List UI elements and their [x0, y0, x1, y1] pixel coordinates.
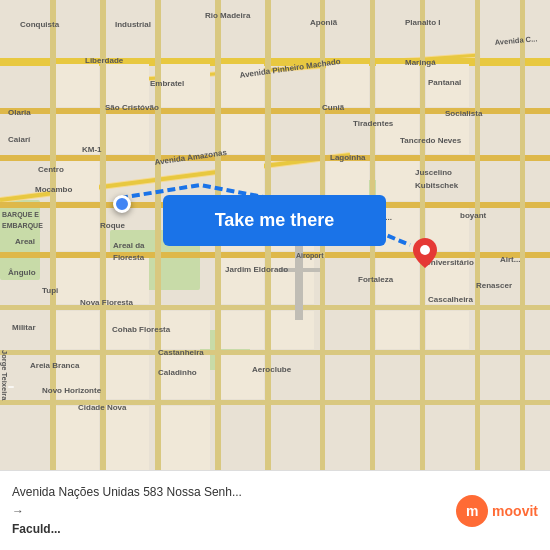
- svg-rect-54: [56, 311, 99, 349]
- svg-text:Cuniã: Cuniã: [322, 103, 345, 112]
- route-arrow: →: [12, 504, 444, 518]
- svg-text:São Cristóvão: São Cristóvão: [105, 103, 159, 112]
- svg-text:Jardim Eldorado: Jardim Eldorado: [225, 265, 288, 274]
- svg-text:Planalto I: Planalto I: [405, 18, 441, 27]
- svg-rect-15: [0, 350, 550, 355]
- svg-text:Airoport: Airoport: [296, 252, 324, 260]
- svg-text:Lagoinha: Lagoinha: [330, 153, 366, 162]
- svg-rect-62: [106, 355, 149, 399]
- svg-text:Tupi: Tupi: [42, 286, 58, 295]
- svg-rect-43: [56, 208, 99, 251]
- svg-text:Pantanal: Pantanal: [428, 78, 461, 87]
- svg-text:Areia Branca: Areia Branca: [30, 361, 80, 370]
- svg-text:Castanheira: Castanheira: [158, 348, 204, 357]
- svg-rect-11: [0, 155, 550, 161]
- svg-text:Tancredo Neves: Tancredo Neves: [400, 136, 462, 145]
- destination-marker: [413, 238, 437, 272]
- svg-text:Jorge Teixeira: Jorge Teixeira: [0, 350, 9, 401]
- svg-rect-17: [50, 0, 56, 470]
- svg-text:KM-1: KM-1: [82, 145, 102, 154]
- svg-rect-65: [56, 406, 99, 470]
- svg-rect-32: [376, 64, 419, 107]
- svg-text:Liberdade: Liberdade: [85, 56, 124, 65]
- svg-text:Aeroclube: Aeroclube: [252, 365, 292, 374]
- svg-text:Cascalheira: Cascalheira: [428, 295, 473, 304]
- svg-rect-18: [100, 0, 106, 470]
- svg-rect-35: [106, 114, 149, 154]
- svg-text:Cohab Floresta: Cohab Floresta: [112, 325, 171, 334]
- svg-rect-28: [106, 64, 149, 107]
- svg-text:Kubitschek: Kubitschek: [415, 181, 459, 190]
- origin-marker: [113, 195, 131, 213]
- svg-text:BARQUE E: BARQUE E: [2, 211, 39, 219]
- svg-text:Socialista: Socialista: [445, 109, 483, 118]
- svg-rect-64: [221, 355, 264, 399]
- svg-text:Airt...: Airt...: [500, 255, 520, 264]
- svg-text:Juscelino: Juscelino: [415, 168, 452, 177]
- route-from: Avenida Nações Unidas 583 Nossa Senh...: [12, 485, 444, 501]
- svg-text:Aponiã: Aponiã: [310, 18, 338, 27]
- svg-text:Industrial: Industrial: [115, 20, 151, 29]
- svg-rect-36: [221, 114, 264, 154]
- svg-text:Caiarí: Caiarí: [8, 135, 31, 144]
- svg-text:Nova Floresta: Nova Floresta: [80, 298, 133, 307]
- svg-text:Renascer: Renascer: [476, 281, 512, 290]
- svg-text:Areal da: Areal da: [113, 241, 145, 250]
- svg-rect-59: [376, 311, 419, 349]
- svg-rect-31: [326, 64, 369, 107]
- route-info: Avenida Nações Unidas 583 Nossa Senh... …: [12, 485, 444, 537]
- moovit-text: moovit: [492, 503, 538, 519]
- svg-rect-66: [106, 406, 149, 470]
- svg-rect-63: [161, 355, 210, 399]
- map-container: Conquista Industrial Rio Madeira Aponiã …: [0, 0, 550, 470]
- svg-rect-19: [155, 0, 161, 470]
- svg-rect-25: [475, 0, 480, 470]
- svg-text:Conquista: Conquista: [20, 20, 60, 29]
- svg-text:Tiradentes: Tiradentes: [353, 119, 394, 128]
- svg-rect-27: [56, 64, 99, 107]
- svg-text:Militar: Militar: [12, 323, 36, 332]
- svg-rect-67: [161, 406, 210, 470]
- route-to: Faculd...: [12, 522, 444, 536]
- svg-text:Cidade Nova: Cidade Nova: [78, 403, 127, 412]
- svg-text:Rio Madeira: Rio Madeira: [205, 11, 251, 20]
- take-me-there-button[interactable]: Take me there: [163, 195, 386, 246]
- svg-rect-57: [221, 311, 264, 349]
- svg-text:Roque: Roque: [100, 221, 125, 230]
- svg-rect-58: [271, 311, 314, 349]
- svg-text:EMBARQUE: EMBARQUE: [2, 222, 43, 230]
- svg-text:Mocambo: Mocambo: [35, 185, 72, 194]
- svg-rect-26: [520, 0, 525, 470]
- moovit-logo: m moovit: [456, 495, 538, 527]
- svg-text:Floresta: Floresta: [113, 253, 145, 262]
- svg-text:Novo Horizonte: Novo Horizonte: [42, 386, 102, 395]
- svg-rect-38: [426, 114, 469, 154]
- svg-text:Embratel: Embratel: [150, 79, 184, 88]
- svg-text:boyant: boyant: [460, 211, 487, 220]
- moovit-icon: m: [456, 495, 488, 527]
- svg-text:Areal: Areal: [15, 237, 35, 246]
- svg-rect-60: [426, 311, 469, 349]
- svg-text:Centro: Centro: [38, 165, 64, 174]
- svg-text:Caladinho: Caladinho: [158, 368, 197, 377]
- svg-point-123: [420, 245, 430, 255]
- svg-text:Olaria: Olaria: [8, 108, 31, 117]
- svg-rect-24: [420, 0, 425, 470]
- svg-text:Ângulo: Ângulo: [8, 268, 36, 277]
- svg-text:Fortaleza: Fortaleza: [358, 275, 394, 284]
- svg-text:Maringá: Maringá: [405, 58, 436, 67]
- map-attribution: [8, 386, 14, 388]
- bottom-bar: Avenida Nações Unidas 583 Nossa Senh... …: [0, 470, 550, 550]
